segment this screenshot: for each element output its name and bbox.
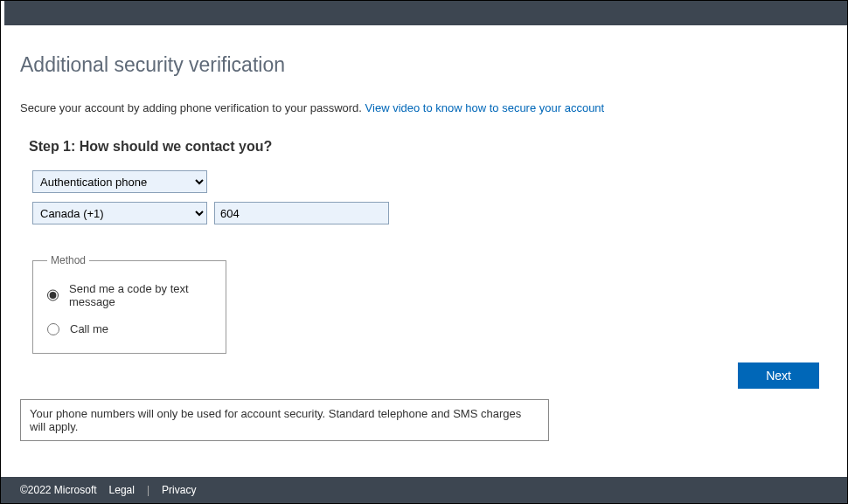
radio-row-call: Call me xyxy=(47,315,212,342)
footer: ©2022 Microsoft Legal | Privacy xyxy=(1,477,847,503)
footer-privacy-link[interactable]: Privacy xyxy=(162,484,196,496)
radio-row-text: Send me a code by text message xyxy=(47,275,212,315)
video-link[interactable]: View video to know how to secure your ac… xyxy=(365,101,605,114)
contact-method-select[interactable]: Authentication phone xyxy=(32,170,207,193)
radio-call-label: Call me xyxy=(70,322,108,335)
next-button[interactable]: Next xyxy=(738,362,819,389)
footer-copyright: ©2022 Microsoft xyxy=(20,484,97,496)
disclaimer-box: Your phone numbers will only be used for… xyxy=(20,399,549,441)
page-title: Additional security verification xyxy=(20,53,828,77)
radio-text-label: Send me a code by text message xyxy=(69,282,212,308)
radio-text-message[interactable] xyxy=(47,289,59,301)
top-bar xyxy=(4,1,848,25)
step-heading: Step 1: How should we contact you? xyxy=(29,139,828,155)
description: Secure your account by adding phone veri… xyxy=(20,101,828,114)
content-area: Additional security verification Secure … xyxy=(1,25,847,354)
description-text: Secure your account by adding phone veri… xyxy=(20,101,365,114)
contact-method-row: Authentication phone xyxy=(32,170,828,193)
footer-separator: | xyxy=(147,484,149,496)
footer-legal-link[interactable]: Legal xyxy=(109,484,135,496)
method-fieldset: Method Send me a code by text message Ca… xyxy=(32,254,226,354)
country-select[interactable]: Canada (+1) xyxy=(32,202,207,224)
method-legend: Method xyxy=(47,254,89,266)
radio-call-me[interactable] xyxy=(47,323,59,335)
phone-row: Canada (+1) xyxy=(32,202,828,224)
phone-input[interactable] xyxy=(214,202,389,224)
